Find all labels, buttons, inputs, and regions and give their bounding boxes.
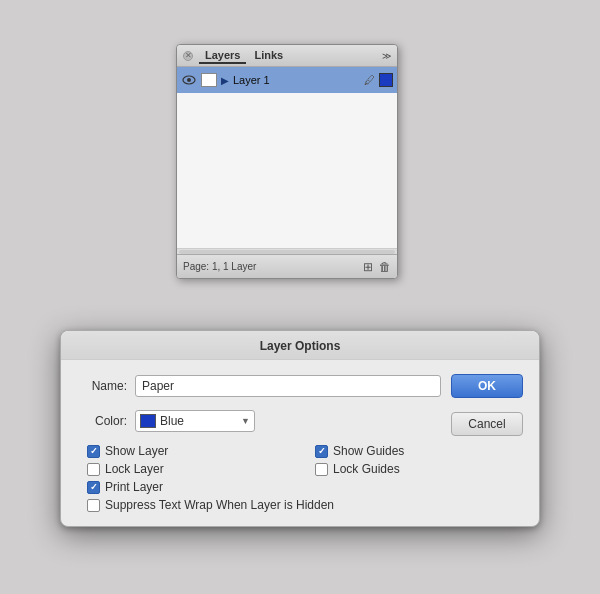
ok-button[interactable]: OK — [451, 374, 523, 398]
lock-guides-row: Lock Guides — [315, 462, 523, 476]
scrollbar-track — [179, 250, 395, 254]
print-layer-row: Print Layer — [87, 480, 295, 494]
show-layer-checkbox[interactable] — [87, 445, 100, 458]
panel-close-button[interactable]: ✕ — [183, 51, 193, 61]
name-label: Name: — [77, 379, 127, 393]
panel-tabs: Layers Links — [199, 48, 289, 64]
lock-guides-checkbox[interactable] — [315, 463, 328, 476]
panel-expand-icon[interactable]: ≫ — [382, 51, 391, 61]
checkboxes-section: Show Layer Show Guides Lock Layer Lock G… — [77, 444, 523, 494]
layer-row[interactable]: ▶ Layer 1 🖊 — [177, 67, 397, 93]
svg-point-1 — [187, 78, 191, 82]
panel-footer: Page: 1, 1 Layer ⊞ 🗑 — [177, 254, 397, 278]
layer-options-dialog: Layer Options Name: OK Color: Blue ▼ Can… — [60, 330, 540, 527]
name-row: Name: OK — [77, 374, 523, 398]
panel-empty-area — [177, 93, 397, 248]
suppress-label: Suppress Text Wrap When Layer is Hidden — [105, 498, 334, 512]
print-layer-checkbox[interactable] — [87, 481, 100, 494]
layer-edit-indicator — [201, 73, 217, 87]
show-guides-label: Show Guides — [333, 444, 404, 458]
show-layer-row: Show Layer — [87, 444, 295, 458]
show-layer-label: Show Layer — [105, 444, 168, 458]
dialog-buttons: OK — [451, 374, 523, 398]
color-select-text: Blue — [160, 414, 237, 428]
panel-scrollbar[interactable] — [177, 248, 397, 254]
suppress-checkbox[interactable] — [87, 499, 100, 512]
layers-panel: ✕ Layers Links ≫ ▶ Layer 1 🖊 — [176, 44, 398, 279]
lock-layer-checkbox[interactable] — [87, 463, 100, 476]
color-select[interactable]: Blue ▼ — [135, 410, 255, 432]
layer-visibility-icon[interactable] — [181, 72, 197, 88]
page-info-text: Page: 1, 1 Layer — [183, 261, 256, 272]
name-input[interactable] — [135, 375, 441, 397]
tab-layers[interactable]: Layers — [199, 48, 246, 64]
cancel-button[interactable]: Cancel — [451, 412, 523, 436]
panel-titlebar: ✕ Layers Links ≫ — [177, 45, 397, 67]
layer-name: Layer 1 — [233, 74, 360, 86]
color-row: Color: Blue ▼ Cancel — [77, 406, 523, 436]
panel-titlebar-left: ✕ Layers Links — [183, 48, 289, 64]
color-swatch — [140, 414, 156, 428]
color-label: Color: — [77, 414, 127, 428]
layer-lock-icon[interactable]: 🖊 — [364, 74, 375, 86]
show-guides-checkbox[interactable] — [315, 445, 328, 458]
delete-layer-icon[interactable]: 🗑 — [379, 260, 391, 274]
layer-expand-icon[interactable]: ▶ — [221, 75, 229, 86]
lock-guides-label: Lock Guides — [333, 462, 400, 476]
dialog-body: Name: OK Color: Blue ▼ Cancel Show Layer — [61, 360, 539, 526]
tab-links[interactable]: Links — [248, 48, 289, 64]
show-guides-row: Show Guides — [315, 444, 523, 458]
print-layer-label: Print Layer — [105, 480, 163, 494]
new-layer-icon[interactable]: ⊞ — [363, 260, 373, 274]
panel-footer-icons: ⊞ 🗑 — [363, 260, 391, 274]
dialog-title: Layer Options — [61, 331, 539, 360]
panel-body: ▶ Layer 1 🖊 — [177, 67, 397, 248]
dropdown-arrow-icon: ▼ — [241, 416, 250, 426]
lock-layer-label: Lock Layer — [105, 462, 164, 476]
layer-color-swatch — [379, 73, 393, 87]
lock-layer-row: Lock Layer — [87, 462, 295, 476]
suppress-row: Suppress Text Wrap When Layer is Hidden — [77, 498, 523, 512]
